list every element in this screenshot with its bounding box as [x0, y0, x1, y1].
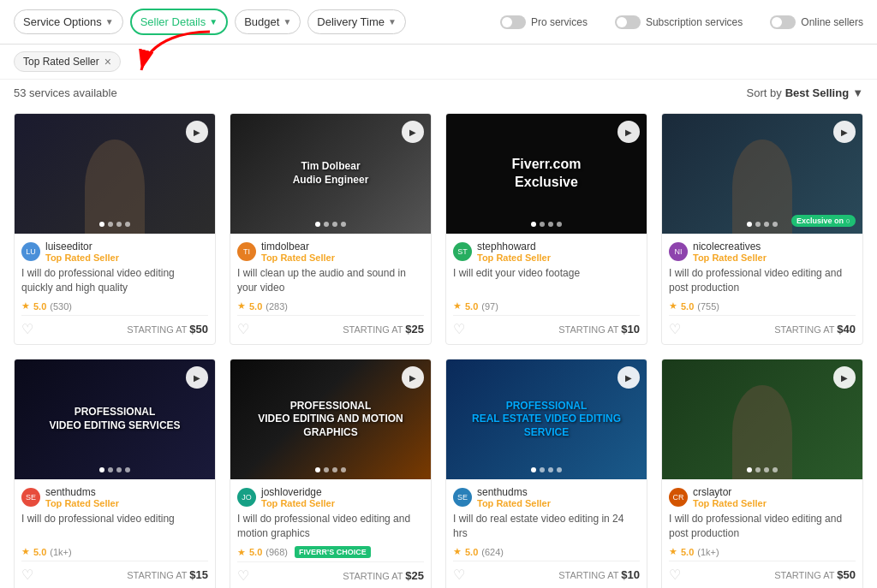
- seller-name[interactable]: stephhoward: [477, 241, 551, 252]
- chevron-down-icon: ▼: [388, 17, 397, 27]
- gig-thumbnail: PROFESSIONALREAL ESTATE VIDEO EDITING SE…: [446, 359, 647, 479]
- sort-control[interactable]: Sort by Best Selling ▼: [747, 86, 863, 99]
- gig-card[interactable]: PROFESSIONALREAL ESTATE VIDEO EDITING SE…: [445, 359, 647, 588]
- gig-card[interactable]: ▶ Exclusive on ○ NI nicolecreatives Top …: [661, 113, 863, 345]
- gig-thumbnail: ▶ Exclusive on ○: [662, 114, 862, 234]
- top-rated-badge: Top Rated Seller: [693, 498, 767, 508]
- gig-rating: ★ 5.0 (530): [21, 300, 208, 312]
- gig-body: TI timdolbear Top Rated Seller I will cl…: [230, 234, 431, 344]
- favorite-button[interactable]: ♡: [21, 567, 33, 583]
- gig-grid: ▶ LU luiseeditor Top Rated Seller I will…: [0, 103, 877, 588]
- price-value: $10: [621, 568, 640, 581]
- service-options-filter[interactable]: Service Options ▼: [14, 9, 123, 34]
- remove-tag-button[interactable]: ×: [104, 56, 111, 68]
- gig-card[interactable]: Fiverr.comExclusive ▶ ST stephhoward Top…: [445, 113, 647, 345]
- subscription-toggle-group: Subscription services: [615, 15, 743, 29]
- seller-info: TI timdolbear Top Rated Seller: [237, 241, 424, 263]
- subscription-services-label: Subscription services: [646, 16, 743, 28]
- top-rated-badge: Top Rated Seller: [477, 498, 551, 508]
- budget-filter[interactable]: Budget ▼: [235, 9, 301, 34]
- price-value: $15: [189, 568, 208, 581]
- price-info: STARTING AT $10: [558, 568, 640, 581]
- seller-info: CR crslaytor Top Rated Seller: [669, 486, 856, 508]
- play-button[interactable]: ▶: [186, 366, 208, 389]
- gig-footer: ♡ STARTING AT $50: [669, 561, 856, 583]
- price-info: STARTING AT $40: [774, 323, 856, 336]
- filter-bar: Service Options ▼ Seller Details ▼ Budge…: [0, 0, 877, 45]
- gig-card[interactable]: PROFESSIONALVIDEO EDITING AND MOTION GRA…: [230, 359, 432, 588]
- favorite-button[interactable]: ♡: [237, 321, 249, 337]
- seller-name[interactable]: timdolbear: [261, 241, 335, 252]
- price-info: STARTING AT $15: [127, 568, 208, 581]
- star-icon: ★: [669, 300, 677, 312]
- gig-footer: ♡ STARTING AT $25: [237, 315, 424, 337]
- gig-body: JO joshloveridge Top Rated Seller I will…: [230, 479, 431, 588]
- chevron-down-icon: ▼: [105, 17, 114, 27]
- price-value: $40: [837, 323, 856, 336]
- gig-thumbnail: ▶: [662, 359, 862, 479]
- gig-footer: ♡ STARTING AT $10: [453, 561, 640, 583]
- favorite-button[interactable]: ♡: [669, 321, 681, 337]
- gig-title: I will do professional video editing and…: [669, 266, 856, 295]
- avatar: SE: [21, 488, 40, 507]
- avatar: SE: [453, 488, 472, 507]
- star-icon: ★: [453, 300, 462, 312]
- delivery-time-filter[interactable]: Delivery Time ▼: [307, 9, 406, 34]
- seller-name[interactable]: joshloveridge: [261, 486, 335, 498]
- star-icon: ★: [237, 300, 246, 312]
- play-button[interactable]: ▶: [833, 121, 856, 143]
- play-button[interactable]: ▶: [186, 121, 208, 143]
- favorite-button[interactable]: ♡: [669, 567, 681, 583]
- seller-info: SE senthudms Top Rated Seller: [453, 486, 640, 508]
- toggles-container: Pro services Subscription services Onlin…: [500, 15, 863, 29]
- subscription-services-toggle[interactable]: [615, 15, 641, 29]
- play-button[interactable]: ▶: [833, 366, 856, 389]
- pro-services-toggle[interactable]: [500, 15, 526, 29]
- seller-name[interactable]: luiseeditor: [45, 241, 119, 252]
- seller-name[interactable]: senthudms: [45, 486, 119, 498]
- seller-name[interactable]: crslaytor: [693, 486, 767, 498]
- avatar: NI: [669, 242, 688, 261]
- price-info: STARTING AT $50: [774, 568, 856, 581]
- top-rated-badge: Top Rated Seller: [693, 252, 767, 263]
- gig-title: I will do professional video editing qui…: [21, 266, 208, 295]
- gig-footer: ♡ STARTING AT $25: [237, 561, 424, 584]
- gig-body: SE senthudms Top Rated Seller I will do …: [446, 479, 647, 588]
- gig-body: SE senthudms Top Rated Seller I will do …: [15, 479, 215, 588]
- rating-count: (97): [481, 301, 498, 312]
- seller-name[interactable]: senthudms: [477, 486, 551, 498]
- gig-card[interactable]: ▶ LU luiseeditor Top Rated Seller I will…: [14, 113, 216, 345]
- play-button[interactable]: ▶: [617, 121, 640, 143]
- play-button[interactable]: ▶: [617, 366, 640, 389]
- gig-rating: ★ 5.0 (97): [453, 300, 640, 312]
- star-icon: ★: [21, 300, 30, 312]
- gig-thumbnail: Fiverr.comExclusive ▶: [446, 114, 647, 234]
- favorite-button[interactable]: ♡: [453, 567, 465, 583]
- star-icon: ★: [669, 546, 677, 557]
- tag-label: Top Rated Seller: [23, 56, 99, 68]
- rating-number: 5.0: [33, 547, 46, 557]
- gig-title: I will edit your video footage: [453, 266, 640, 295]
- rating-count: (283): [265, 301, 288, 312]
- seller-details-filter[interactable]: Seller Details ▼: [130, 9, 229, 35]
- seller-info: JO joshloveridge Top Rated Seller: [237, 486, 424, 508]
- price-info: STARTING AT $25: [343, 569, 424, 582]
- favorite-button[interactable]: ♡: [237, 567, 249, 584]
- play-button[interactable]: ▶: [402, 121, 424, 143]
- rating-number: 5.0: [249, 547, 262, 557]
- price-value: $25: [405, 569, 424, 582]
- seller-name[interactable]: nicolecreatives: [693, 241, 767, 252]
- rating-number: 5.0: [681, 547, 694, 557]
- seller-info: SE senthudms Top Rated Seller: [21, 486, 208, 508]
- gig-card[interactable]: Tim DolbearAudio Engineer ▶ TI timdolbea…: [230, 113, 432, 345]
- favorite-button[interactable]: ♡: [21, 321, 33, 337]
- sort-chevron-icon: ▼: [852, 86, 863, 99]
- pro-services-label: Pro services: [531, 16, 588, 28]
- rating-count: (624): [481, 547, 504, 557]
- rating-number: 5.0: [33, 301, 46, 312]
- online-sellers-toggle[interactable]: [770, 15, 796, 29]
- favorite-button[interactable]: ♡: [453, 321, 465, 337]
- gig-card[interactable]: PROFESSIONALVIDEO EDITING SERVICES ▶ SE …: [14, 359, 216, 588]
- gig-card[interactable]: ▶ CR crslaytor Top Rated Seller I will d…: [661, 359, 863, 588]
- play-button[interactable]: ▶: [402, 366, 424, 389]
